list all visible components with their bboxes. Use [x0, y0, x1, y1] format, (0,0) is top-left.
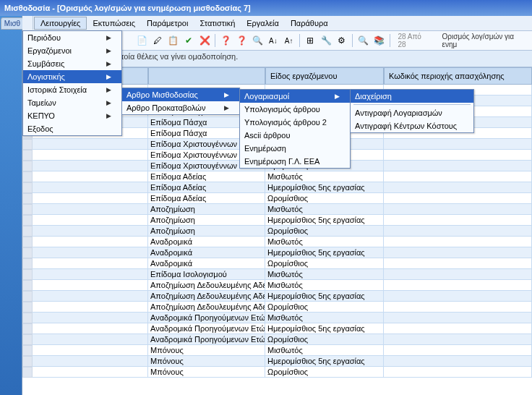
- tb-sort-desc-icon[interactable]: A↑: [282, 33, 296, 48]
- menu-operations[interactable]: Λειτουργίες: [34, 17, 87, 30]
- cell-employee-type[interactable]: Ωρομίσθιος: [265, 193, 384, 204]
- cell-employee-type[interactable]: Ωρομίσθιος: [265, 258, 384, 269]
- menu-item[interactable]: Αρθρο Προκαταβολών▶: [122, 101, 239, 114]
- cell-c2[interactable]: Αποζημίωση: [148, 226, 265, 237]
- cell-c2[interactable]: Επίδομα Ισολογισμού: [148, 269, 265, 280]
- tb-books-icon[interactable]: 📚: [372, 33, 386, 48]
- table-row[interactable]: Αναδρομικά Προηγούμενων ΕτώνΜισθωτός: [22, 313, 532, 323]
- cell-period[interactable]: [33, 161, 148, 171]
- menu-item[interactable]: Ενημέρωση Γ.Λ. ΕΕΑ: [240, 155, 350, 168]
- table-row[interactable]: Επίδομα ΑδείαςΗμερομίσθιος 5ης εργασίας: [22, 182, 532, 193]
- menu-parameters[interactable]: Παράμετροι: [141, 17, 194, 29]
- menu-item[interactable]: Εξοδος: [23, 122, 121, 135]
- tb-help1-icon[interactable]: ❓: [219, 33, 233, 48]
- cell-c2[interactable]: Αναδρομικά: [148, 247, 265, 258]
- table-row[interactable]: Επίδομα ΑδείαςΩρομίσθιος: [22, 193, 532, 204]
- table-row[interactable]: Αποζημίωση Δεδουλευμένης ΑδειαΩρομίσθιος: [22, 302, 532, 313]
- cell-c2[interactable]: Επίδομα Αδείας: [148, 193, 265, 204]
- cell-period[interactable]: [33, 237, 148, 247]
- cell-employee-type[interactable]: Ημερομίσθιος 5ης εργασίας: [265, 182, 384, 193]
- table-row[interactable]: ΑναδρομικάΜισθωτός: [22, 237, 532, 247]
- cell-area[interactable]: [384, 313, 532, 323]
- menu-item[interactable]: Ενημέρωση: [240, 142, 350, 155]
- cell-period[interactable]: [33, 215, 148, 226]
- cell-c2[interactable]: Επίδομα Αδείας: [148, 182, 265, 193]
- cell-area[interactable]: [384, 161, 532, 171]
- cell-c2[interactable]: Αναδρομικά Προηγούμενων Ετών: [148, 323, 265, 334]
- table-row[interactable]: ΜπόνουςΜισθωτός: [22, 345, 532, 356]
- tb-sort-asc-icon[interactable]: A↓: [267, 33, 280, 48]
- menu-item[interactable]: Αντιγραφή Λογαριασμών: [351, 106, 473, 119]
- menu-item[interactable]: Περιόδου▶: [23, 31, 121, 44]
- menu-item[interactable]: Διαχείριση: [351, 90, 473, 103]
- cell-area[interactable]: [384, 356, 532, 367]
- col-empty[interactable]: [148, 67, 265, 85]
- cell-employee-type[interactable]: Ημερομίσθιος 5ης εργασίας: [265, 215, 384, 226]
- tb-tools-icon[interactable]: 🔧: [319, 33, 333, 48]
- cell-c2[interactable]: Αναδρομικά Προηγούμενων Ετών: [148, 334, 265, 345]
- menu-item[interactable]: Ιστορικά Στοιχεία▶: [23, 83, 121, 96]
- cell-period[interactable]: [33, 280, 148, 291]
- tb-ok-icon[interactable]: ✔: [182, 33, 196, 48]
- cell-area[interactable]: [384, 226, 532, 237]
- menu-item[interactable]: Λογιστικής▶: [23, 70, 121, 83]
- menu-tools[interactable]: Εργαλεία: [241, 17, 285, 29]
- cell-employee-type[interactable]: Ημερομίσθιος 5ης εργασίας: [265, 356, 384, 367]
- table-row[interactable]: Αναδρομικά Προηγούμενων ΕτώνΩρομίσθιος: [22, 334, 532, 345]
- table-row[interactable]: ΜπόνουςΩρομίσθιος: [22, 367, 532, 378]
- table-row[interactable]: ΑποζημίωσηΜισθωτός: [22, 204, 532, 215]
- cell-c2[interactable]: Αποζημίωση: [148, 215, 265, 226]
- cell-period[interactable]: [33, 247, 148, 258]
- menu-item[interactable]: Αρθρο Μισθοδοσίας▶: [122, 88, 239, 101]
- tb-cancel-icon[interactable]: ❌: [198, 33, 212, 48]
- cell-employee-type[interactable]: Ημερομίσθιος 5ης εργασίας: [265, 247, 384, 258]
- cell-period[interactable]: [33, 258, 148, 269]
- tb-new-icon[interactable]: 📄: [135, 33, 149, 48]
- cell-area[interactable]: [384, 204, 532, 215]
- cell-area[interactable]: [384, 367, 532, 378]
- tb-gear-icon[interactable]: ⚙: [335, 33, 348, 48]
- cell-employee-type[interactable]: Μισθωτός: [265, 171, 384, 182]
- table-row[interactable]: Επίδομα ΙσολογισμούΜισθωτός: [22, 269, 532, 280]
- menu-item[interactable]: Ascii άρθρου: [240, 129, 350, 142]
- cell-employee-type[interactable]: Μισθωτός: [265, 280, 384, 291]
- cell-employee-type[interactable]: Ωρομίσθιος: [265, 367, 384, 378]
- cell-period[interactable]: [33, 302, 148, 313]
- cell-period[interactable]: [33, 291, 148, 302]
- system-icon[interactable]: [22, 16, 33, 30]
- tb-grid-icon[interactable]: ⊞: [304, 33, 317, 48]
- table-row[interactable]: Αναδρομικά Προηγούμενων ΕτώνΗμερομίσθιος…: [22, 323, 532, 334]
- cell-period[interactable]: [33, 182, 148, 193]
- table-row[interactable]: ΑναδρομικάΩρομίσθιος: [22, 258, 532, 269]
- cell-period[interactable]: [33, 139, 148, 150]
- menu-item[interactable]: ΚΕΠΥΟ▶: [23, 109, 121, 122]
- cell-employee-type[interactable]: Μισθωτός: [265, 204, 384, 215]
- cell-period[interactable]: [33, 269, 148, 280]
- cell-area[interactable]: [384, 302, 532, 313]
- cell-period[interactable]: [33, 150, 148, 161]
- cell-employee-type[interactable]: Ημερομίσθιος 5ης εργασίας: [265, 323, 384, 334]
- cell-c2[interactable]: Αποζημίωση Δεδουλευμένης Αδεια: [148, 280, 265, 291]
- menu-item[interactable]: Ταμείων▶: [23, 96, 121, 109]
- cell-employee-type[interactable]: Ωρομίσθιος: [265, 302, 384, 313]
- cell-period[interactable]: [33, 356, 148, 367]
- tb-help2-icon[interactable]: ❓: [235, 33, 249, 48]
- cell-area[interactable]: [384, 139, 532, 150]
- tb-search-icon[interactable]: 🔍: [356, 33, 370, 48]
- table-row[interactable]: ΜπόνουςΗμερομίσθιος 5ης εργασίας: [22, 356, 532, 367]
- cell-area[interactable]: [384, 247, 532, 258]
- cell-c2[interactable]: Αναδρομικά Προηγούμενων Ετών: [148, 313, 265, 323]
- cell-period[interactable]: [33, 193, 148, 204]
- cell-area[interactable]: [384, 237, 532, 247]
- table-row[interactable]: ΑποζημίωσηΗμερομίσθιος 5ης εργασίας: [22, 215, 532, 226]
- cell-employee-type[interactable]: Ωρομίσθιος: [265, 226, 384, 237]
- cell-area[interactable]: [384, 291, 532, 302]
- cell-c2[interactable]: Μπόνους: [148, 356, 265, 367]
- cell-c2[interactable]: Μπόνους: [148, 367, 265, 378]
- col-employee-type[interactable]: Είδος εργαζόμενου: [265, 67, 384, 85]
- cell-area[interactable]: [384, 269, 532, 280]
- cell-c2[interactable]: Αναδρομικά: [148, 258, 265, 269]
- cell-employee-type[interactable]: Μισθωτός: [265, 345, 384, 356]
- cell-area[interactable]: [384, 193, 532, 204]
- menu-item[interactable]: Υπολογισμός άρθρου: [240, 103, 350, 116]
